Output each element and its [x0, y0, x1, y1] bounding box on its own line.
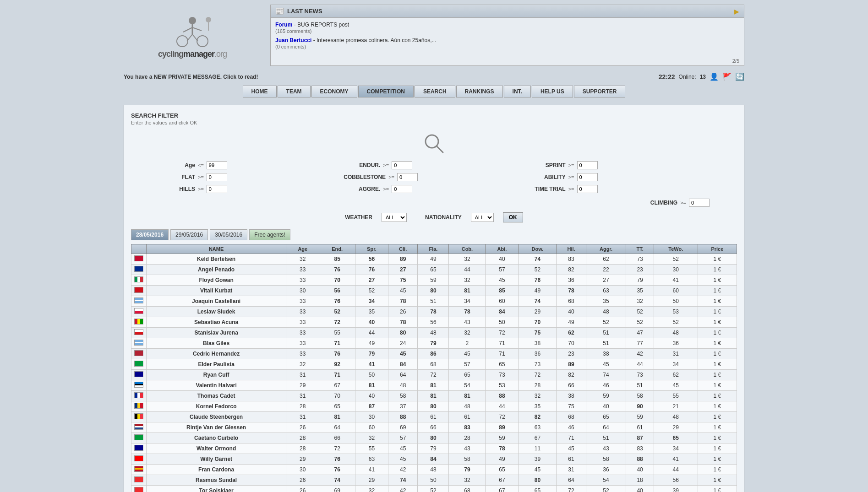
th-spr[interactable]: Spr.	[355, 244, 388, 254]
table-row[interactable]: Claude Steenbergen 31 813088616172826865…	[131, 412, 737, 422]
refresh-icon[interactable]: 🔄	[735, 72, 744, 81]
rider-name[interactable]: Keld Bertelsen	[147, 254, 286, 265]
rider-name[interactable]: Stanislav Jurena	[147, 328, 286, 338]
th-price[interactable]: Price	[698, 244, 737, 254]
date-tab-1[interactable]: 29/05/2016	[170, 229, 208, 240]
filter-sprint-input[interactable]	[577, 161, 598, 169]
rider-name[interactable]: Vitali Kurbat	[147, 286, 286, 296]
date-tab-0[interactable]: 28/05/2016	[131, 229, 169, 240]
rider-stat: 58	[449, 454, 486, 465]
rider-name[interactable]: Blas Giles	[147, 338, 286, 349]
filter-climbing-input[interactable]	[689, 199, 710, 207]
nav-team[interactable]: TEAM	[278, 86, 311, 97]
nav-home[interactable]: HOME	[243, 86, 277, 97]
table-row[interactable]: Kornel Fedorco 28 6587378048443575409021…	[131, 401, 737, 412]
rider-stat: 51	[418, 296, 449, 307]
table-row[interactable]: Willy Garnet 29 7663458458493961588841 1…	[131, 454, 737, 465]
th-cli[interactable]: Cli.	[388, 244, 418, 254]
rider-stat: 35	[586, 296, 626, 307]
table-row[interactable]: Sebastiao Acuna 33 724078564350704952525…	[131, 317, 737, 328]
th-end[interactable]: End.	[319, 244, 355, 254]
filter-flat-input[interactable]	[207, 173, 227, 181]
nav-search[interactable]: SEARCH	[415, 86, 455, 97]
table-row[interactable]: Joaquin Castellani 33 763478513460746835…	[131, 296, 737, 307]
rider-stat: 67	[486, 475, 519, 486]
table-row[interactable]: Valentin Halvari 29 67814881545328664651…	[131, 380, 737, 391]
table-row[interactable]: Stanislav Jurena 33 55448048327275625147…	[131, 328, 737, 338]
rider-name[interactable]: Caetano Curbelo	[147, 433, 286, 443]
filter-age-input[interactable]	[207, 161, 227, 169]
filter-ability-input[interactable]	[577, 173, 598, 181]
nav-economy[interactable]: ECONOMY	[311, 86, 357, 97]
filter-cobblestone-input[interactable]	[397, 173, 418, 181]
table-row[interactable]: Fran Cardona 30 7641424879654531364044 1…	[131, 465, 737, 475]
th-dow[interactable]: Dow.	[519, 244, 557, 254]
th-hil[interactable]: Hil.	[557, 244, 586, 254]
filter-hills-input[interactable]	[207, 185, 227, 193]
rider-name[interactable]: Fran Cardona	[147, 465, 286, 475]
table-row[interactable]: Tor Solskjaer 26 6932425268676572524039 …	[131, 486, 737, 492]
rider-name[interactable]: Kornel Fedorco	[147, 401, 286, 412]
filter-age-op: <=	[198, 162, 204, 168]
table-row[interactable]: Ryan Cuff 31 7150647265737282747362 1 €	[131, 370, 737, 380]
rider-name[interactable]: Leslaw Siudek	[147, 307, 286, 317]
news-link-2[interactable]: Juan Bertucci	[275, 37, 311, 43]
th-age[interactable]: Age	[286, 244, 319, 254]
rider-name[interactable]: Cedric Hernandez	[147, 349, 286, 359]
date-tab-free[interactable]: Free agents!	[249, 229, 290, 240]
rider-stat: 45	[654, 380, 698, 391]
nationality-select[interactable]: ALL	[471, 213, 494, 222]
rider-name[interactable]: Rasmus Sundal	[147, 475, 286, 486]
rider-name[interactable]: Willy Garnet	[147, 454, 286, 465]
table-row[interactable]: Elder Paulista 32 9241846857657389454434…	[131, 359, 737, 370]
news-link-1[interactable]: Forum	[275, 22, 292, 28]
filter-timetrial-input[interactable]	[577, 185, 598, 193]
nav-int[interactable]: INT.	[504, 86, 531, 97]
table-row[interactable]: Angel Penado 33 7676276544575282222330 1…	[131, 265, 737, 275]
rider-name[interactable]: Walter Ormond	[147, 443, 286, 454]
online-count: 13	[700, 74, 706, 80]
nav-helpus[interactable]: HELP US	[532, 86, 573, 97]
rider-name[interactable]: Sebastiao Acuna	[147, 317, 286, 328]
table-row[interactable]: Vitali Kurbat 30 5652458081854978633560 …	[131, 286, 737, 296]
date-tab-2[interactable]: 30/05/2016	[210, 229, 247, 240]
ok-button[interactable]: OK	[503, 212, 523, 222]
th-aggr[interactable]: Aggr.	[586, 244, 626, 254]
th-cob[interactable]: Cob.	[449, 244, 486, 254]
rider-name[interactable]: Rintje Van der Giessen	[147, 422, 286, 433]
table-row[interactable]: Caetano Curbelo 28 663257802859677151876…	[131, 433, 737, 443]
table-row[interactable]: Walter Ormond 28 7255457943781145438334 …	[131, 443, 737, 454]
weather-select[interactable]: ALL WET DRY	[382, 213, 407, 222]
rider-name[interactable]: Floyd Gowan	[147, 275, 286, 286]
nav-supporter[interactable]: SUPPORTER	[574, 86, 626, 97]
th-tt[interactable]: TT.	[626, 244, 654, 254]
rider-name[interactable]: Thomas Cadet	[147, 391, 286, 401]
news-arrow-icon[interactable]: ▶	[734, 8, 739, 15]
rider-name[interactable]: Elder Paulista	[147, 359, 286, 370]
table-row[interactable]: Cedric Hernandez 33 76794586457136233842…	[131, 349, 737, 359]
table-row[interactable]: Leslaw Siudek 33 5235267878842940485253 …	[131, 307, 737, 317]
rider-age: 28	[286, 433, 319, 443]
filter-aggre-input[interactable]	[392, 185, 412, 193]
table-row[interactable]: Keld Bertelsen 32 8556894932407483627352…	[131, 254, 737, 265]
rider-stat: 36	[557, 275, 586, 286]
rider-name[interactable]: Joaquin Castellani	[147, 296, 286, 307]
table-row[interactable]: Rasmus Sundal 26 7429745032678064541856 …	[131, 475, 737, 486]
th-abi[interactable]: Abi.	[486, 244, 519, 254]
nav-rankings[interactable]: RANKINGS	[456, 86, 503, 97]
private-message-link[interactable]: You have a NEW PRIVATE MESSAGE. Click to…	[124, 74, 258, 80]
rider-name[interactable]: Angel Penado	[147, 265, 286, 275]
table-row[interactable]: Blas Giles 33 714924792713870517736 1 €	[131, 338, 737, 349]
rider-name[interactable]: Tor Solskjaer	[147, 486, 286, 492]
rider-stat: 70	[519, 317, 557, 328]
table-row[interactable]: Thomas Cadet 31 7040588181883238595855 1…	[131, 391, 737, 401]
rider-name[interactable]: Valentin Halvari	[147, 380, 286, 391]
filter-endur-input[interactable]	[392, 161, 412, 169]
table-row[interactable]: Rintje Van der Giessen 26 64606966838963…	[131, 422, 737, 433]
th-tewo[interactable]: TeWo.	[654, 244, 698, 254]
table-row[interactable]: Floyd Gowan 33 7027755932457636277941 1 …	[131, 275, 737, 286]
rider-name[interactable]: Claude Steenbergen	[147, 412, 286, 422]
rider-name[interactable]: Ryan Cuff	[147, 370, 286, 380]
nav-competition[interactable]: COMPETITION	[358, 86, 414, 97]
th-fla[interactable]: Fla.	[418, 244, 449, 254]
